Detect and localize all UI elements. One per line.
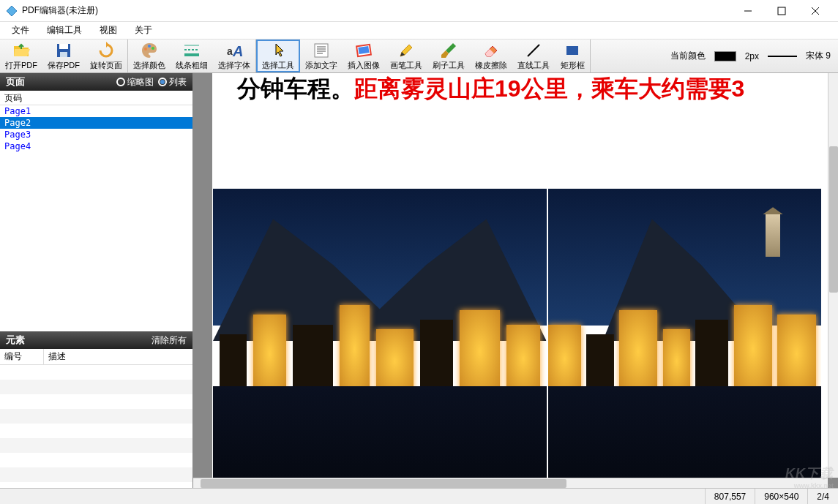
page-item[interactable]: Page1 xyxy=(0,105,192,117)
rect-icon xyxy=(564,42,581,59)
view-thumbnail-radio[interactable]: 缩略图 xyxy=(116,76,154,89)
add-text-button[interactable]: 添加文字 xyxy=(300,40,343,72)
status-coordinates: 807,557 xyxy=(705,489,755,504)
table-row[interactable] xyxy=(0,365,192,380)
pages-panel-header: 页面 缩略图 列表 xyxy=(0,73,192,91)
app-icon xyxy=(6,5,18,17)
choose-color-button[interactable]: 选择颜色 xyxy=(128,40,171,72)
document-text[interactable]: 分钟车程。 xyxy=(237,75,354,102)
side-panel: 页面 缩略图 列表 页码 Page1 Page2 Page3 Page4 元素 … xyxy=(0,73,193,488)
statusbar: 807,557 960×540 2/4 xyxy=(0,488,838,504)
elements-table-body xyxy=(0,365,192,488)
titlebar: PDF编辑器(未注册) xyxy=(0,0,838,22)
menu-edit-tools[interactable]: 编辑工具 xyxy=(38,21,91,40)
eraser-tool-button[interactable]: 橡皮擦除 xyxy=(470,40,512,72)
svg-line-25 xyxy=(528,45,539,56)
vertical-scrollbar[interactable] xyxy=(828,73,838,478)
svg-marker-8 xyxy=(106,42,109,48)
table-row[interactable] xyxy=(0,394,192,409)
brush-icon xyxy=(440,42,457,59)
page-list-column-header: 页码 xyxy=(0,91,192,105)
open-pdf-button[interactable]: 打开PDF xyxy=(0,40,42,72)
maximize-button[interactable] xyxy=(765,0,798,22)
menu-file[interactable]: 文件 xyxy=(3,21,38,40)
rotate-page-button[interactable]: 旋转页面 xyxy=(85,40,127,72)
palette-icon xyxy=(141,42,158,59)
save-pdf-button[interactable]: 保存PDF xyxy=(42,40,85,72)
pencil-icon xyxy=(397,42,415,59)
insert-image-button[interactable]: 插入图像 xyxy=(343,40,385,72)
folder-open-icon xyxy=(12,42,30,59)
horizontal-scrollbar[interactable] xyxy=(193,478,828,488)
rect-tool-button[interactable]: 矩形框 xyxy=(555,40,590,72)
choose-font-button[interactable]: aA 选择字体 xyxy=(213,40,255,72)
status-dimensions: 960×540 xyxy=(755,489,807,504)
document-image[interactable] xyxy=(213,189,547,488)
rotate-icon xyxy=(97,42,115,59)
menubar: 文件 编辑工具 视图 关于 xyxy=(0,22,838,40)
pointer-icon xyxy=(269,42,287,59)
line-weight-icon xyxy=(183,42,201,59)
table-row[interactable] xyxy=(0,467,192,482)
document-image[interactable] xyxy=(548,189,821,488)
table-row[interactable] xyxy=(0,453,192,467)
text-lines-icon xyxy=(313,42,330,59)
menu-view[interactable]: 视图 xyxy=(91,21,126,40)
page-list: Page1 Page2 Page3 Page4 xyxy=(0,105,192,331)
view-list-radio[interactable]: 列表 xyxy=(158,76,187,89)
table-row[interactable] xyxy=(0,424,192,438)
close-button[interactable] xyxy=(798,0,832,22)
page-item[interactable]: Page3 xyxy=(0,129,192,140)
line-weight-button[interactable]: 线条粗细 xyxy=(171,40,213,72)
current-color-label: 当前颜色 xyxy=(670,50,706,62)
current-color-swatch[interactable] xyxy=(714,51,736,61)
brush-tool-button[interactable]: 刷子工具 xyxy=(427,40,470,72)
save-icon xyxy=(55,42,72,59)
window-title: PDF编辑器(未注册) xyxy=(22,4,731,17)
svg-rect-7 xyxy=(60,52,67,57)
svg-point-9 xyxy=(144,48,147,50)
select-tool-button[interactable]: 选择工具 xyxy=(256,40,300,72)
toolbar-status: 当前颜色 2px 宋体 9 xyxy=(663,50,838,62)
svg-rect-2 xyxy=(778,7,785,15)
stroke-width-label: 2px xyxy=(745,51,759,61)
eraser-icon xyxy=(482,42,500,59)
minimize-button[interactable] xyxy=(731,0,765,22)
menu-about[interactable]: 关于 xyxy=(126,21,161,40)
svg-rect-26 xyxy=(566,46,578,55)
page-item[interactable]: Page4 xyxy=(0,140,192,152)
svg-marker-0 xyxy=(7,6,17,16)
document-text-highlight[interactable]: 距离雾灵山庄19公里，乘车大约需要3 xyxy=(354,75,744,102)
svg-rect-6 xyxy=(59,44,68,49)
table-row[interactable] xyxy=(0,409,192,424)
svg-rect-17 xyxy=(315,44,328,57)
current-font-label: 宋体 9 xyxy=(806,50,831,62)
table-row[interactable] xyxy=(0,380,192,394)
elements-table-header: 编号 描述 xyxy=(0,349,192,365)
status-page: 2/4 xyxy=(807,489,838,504)
page-item[interactable]: Page2 xyxy=(0,117,192,129)
elements-panel-header: 元素 清除所有 xyxy=(0,331,192,349)
document-canvas[interactable]: 分钟车程。距离雾灵山庄19公里，乘车大约需要3 xyxy=(193,73,838,488)
svg-point-11 xyxy=(151,47,154,50)
image-icon xyxy=(355,42,373,59)
toolbar: 打开PDF 保存PDF 旋转页面 选择颜色 线条粗细 aA 选择字体 选择工具 xyxy=(0,40,838,73)
line-tool-button[interactable]: 直线工具 xyxy=(512,40,555,72)
clear-all-button[interactable]: 清除所有 xyxy=(151,334,187,347)
pagoda-icon xyxy=(766,213,780,257)
svg-text:a: a xyxy=(227,45,233,57)
stroke-preview xyxy=(768,56,797,57)
pen-tool-button[interactable]: 画笔工具 xyxy=(385,40,427,72)
svg-point-10 xyxy=(148,45,151,48)
svg-text:A: A xyxy=(232,43,243,59)
font-icon: aA xyxy=(225,42,243,59)
table-row[interactable] xyxy=(0,438,192,453)
line-icon xyxy=(525,42,542,59)
